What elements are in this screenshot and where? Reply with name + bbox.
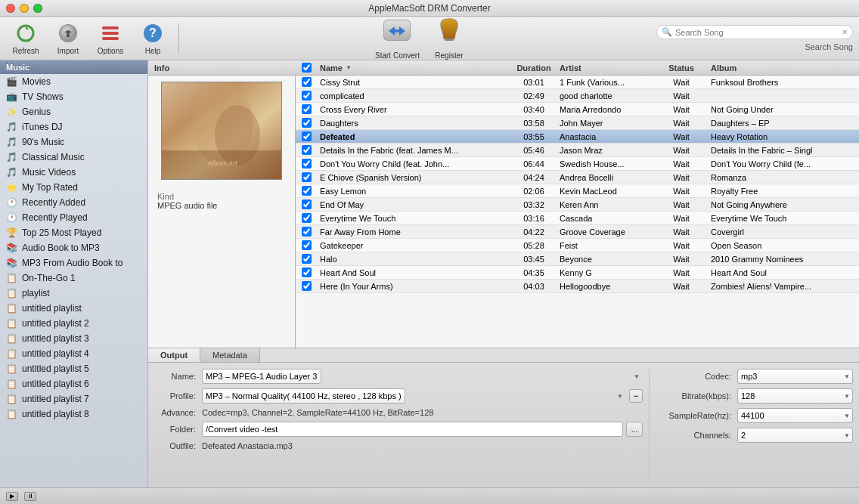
- sidebar-item-top-25[interactable]: 🏆 Top 25 Most Played: [0, 225, 147, 240]
- track-row[interactable]: Don't You Worry Child (feat. John... 06:…: [296, 157, 859, 171]
- track-checkbox[interactable]: [302, 145, 312, 155]
- track-row[interactable]: complicated 02:49 good charlotte Wait: [296, 89, 859, 103]
- track-checkbox[interactable]: [302, 118, 312, 128]
- sidebar-item-untitled8[interactable]: 📋 untitled playlist 8: [0, 407, 147, 422]
- track-row[interactable]: Details In the Fabric (feat. James M... …: [296, 144, 859, 157]
- sidebar-item-untitled5[interactable]: 📋 untitled playlist 5: [0, 361, 147, 376]
- track-checkbox[interactable]: [302, 199, 312, 209]
- folder-input[interactable]: [202, 422, 623, 437]
- sidebar-item-untitled7[interactable]: 📋 untitled playlist 7: [0, 391, 147, 407]
- track-checkbox[interactable]: [302, 227, 312, 237]
- track-name: Daughters: [317, 119, 511, 128]
- maximize-button[interactable]: [33, 4, 42, 13]
- codec-select[interactable]: mp3: [737, 369, 853, 384]
- sidebar-item-recently-played[interactable]: 🕐 Recently Played: [0, 210, 147, 225]
- sidebar-item-itunes-dj[interactable]: 🎵 iTunes DJ: [0, 119, 147, 135]
- sidebar-item-audiobook[interactable]: 📚 Audio Book to MP3: [0, 240, 147, 255]
- track-duration: 03:45: [511, 255, 557, 264]
- track-checkbox-wrap: [296, 281, 317, 291]
- sidebar-item-classical[interactable]: 🎵 Classical Music: [0, 150, 147, 165]
- select-all-checkbox[interactable]: [302, 63, 312, 73]
- tab-output[interactable]: Output: [148, 348, 200, 362]
- close-button[interactable]: [6, 4, 15, 13]
- options-button[interactable]: Options: [91, 20, 130, 57]
- sidebar-item-untitled6[interactable]: 📋 untitled playlist 6: [0, 376, 147, 391]
- track-row[interactable]: Halo 03:45 Beyonce Wait 2010 Grammy Nomi…: [296, 252, 859, 266]
- track-checkbox[interactable]: [302, 267, 312, 277]
- help-button[interactable]: ? Help: [133, 20, 172, 57]
- track-row[interactable]: Far Away From Home 04:22 Groove Coverage…: [296, 225, 859, 239]
- profile-minus-button[interactable]: −: [629, 389, 643, 403]
- track-name: Cissy Strut: [317, 78, 511, 87]
- status-play-button[interactable]: ▶: [6, 492, 18, 501]
- sidebar-item-untitled2[interactable]: 📋 untitled playlist 2: [0, 316, 147, 331]
- track-checkbox[interactable]: [302, 281, 312, 291]
- track-checkbox[interactable]: [302, 159, 312, 169]
- track-checkbox[interactable]: [302, 213, 312, 223]
- status-col-header[interactable]: Status: [655, 63, 708, 73]
- sidebar-item-my-top-rated[interactable]: ⭐ My Top Rated: [0, 180, 147, 195]
- sidebar-item-mp3-audiobook[interactable]: 📚 MP3 From Audio Book to: [0, 255, 147, 271]
- sidebar-item-on-the-go[interactable]: 📋 On-The-Go 1: [0, 271, 147, 286]
- track-row[interactable]: Cissy Strut 03:01 1 Funk (Various... Wai…: [296, 76, 859, 89]
- start-convert-button[interactable]: Start Convert: [375, 17, 420, 60]
- track-checkbox[interactable]: [302, 172, 312, 182]
- sidebar-item-icon-classical: 🎵: [6, 152, 17, 162]
- track-checkbox[interactable]: [302, 91, 312, 100]
- search-clear-icon[interactable]: ✕: [842, 28, 848, 36]
- sidebar-item-recently-added[interactable]: 🕐 Recently Added: [0, 195, 147, 210]
- sidebar-item-playlist[interactable]: 📋 playlist: [0, 286, 147, 301]
- browse-button[interactable]: ...: [626, 422, 643, 437]
- name-select[interactable]: MP3 – MPEG-1 Audio Layer 3: [202, 369, 321, 384]
- samplerate-select[interactable]: 44100: [737, 408, 853, 423]
- track-checkbox[interactable]: [302, 186, 312, 196]
- bitrate-select[interactable]: 128: [737, 388, 853, 404]
- artist-col-header[interactable]: Artist: [557, 63, 655, 73]
- album-info: Kind MPEG audio file: [148, 186, 295, 216]
- import-label: Import: [57, 47, 79, 55]
- track-row[interactable]: Gatekeeper 05:28 Feist Wait Open Season: [296, 239, 859, 252]
- svg-text:Album Art: Album Art: [206, 159, 237, 167]
- track-row[interactable]: Here (In Your Arms) 04:03 Hellogoodbye W…: [296, 280, 859, 293]
- track-name: Far Away From Home: [317, 227, 511, 237]
- track-row[interactable]: End Of May 03:32 Keren Ann Wait Not Goin…: [296, 198, 859, 212]
- track-checkbox-wrap: [296, 118, 317, 128]
- sidebar-item-icon-untitled6: 📋: [6, 379, 17, 389]
- title-bar: AppleMacSoft DRM Converter: [0, 0, 859, 17]
- sidebar-item-music-videos[interactable]: 🎵 Music Videos: [0, 165, 147, 180]
- track-status: Wait: [655, 187, 708, 196]
- track-row[interactable]: Defeated 03:55 Anastacia Wait Heavy Rota…: [296, 130, 859, 144]
- track-status: Wait: [655, 132, 708, 141]
- minimize-button[interactable]: [20, 4, 29, 13]
- channels-select[interactable]: 2: [737, 428, 853, 443]
- track-checkbox[interactable]: [302, 131, 312, 141]
- track-album: Don't You Worry Child (fe...: [708, 159, 859, 169]
- track-checkbox[interactable]: [302, 240, 312, 250]
- import-button[interactable]: Import: [48, 20, 88, 57]
- track-checkbox[interactable]: [302, 77, 312, 87]
- track-row[interactable]: E Chiove (Spanish Version) 04:24 Andrea …: [296, 171, 859, 184]
- search-input[interactable]: [675, 28, 842, 37]
- album-col-header[interactable]: Album: [708, 63, 859, 73]
- sidebar-item-tv-shows[interactable]: 📺 TV Shows: [0, 89, 147, 104]
- sidebar-item-movies[interactable]: 🎬 Movies: [0, 74, 147, 89]
- sidebar-item-untitled1[interactable]: 📋 untitled playlist: [0, 301, 147, 316]
- sidebar-item-untitled3[interactable]: 📋 untitled playlist 3: [0, 331, 147, 346]
- track-checkbox[interactable]: [302, 104, 312, 114]
- tab-metadata[interactable]: Metadata: [200, 348, 260, 362]
- sidebar-item-untitled4[interactable]: 📋 untitled playlist 4: [0, 346, 147, 361]
- refresh-button[interactable]: Refresh: [6, 20, 45, 57]
- sidebar-item-90s-music[interactable]: 🎵 90's Music: [0, 135, 147, 150]
- sidebar-item-genius[interactable]: ✨ Genius: [0, 104, 147, 119]
- track-row[interactable]: Cross Every River 03:40 Maria Arredondo …: [296, 103, 859, 116]
- track-row[interactable]: Everytime We Touch 03:16 Cascada Wait Ev…: [296, 212, 859, 225]
- name-col-header[interactable]: Name ▼: [317, 63, 511, 73]
- track-row[interactable]: Heart And Soul 04:35 Kenny G Wait Heart …: [296, 266, 859, 280]
- track-row[interactable]: Daughters 03:58 John Mayer Wait Daughter…: [296, 116, 859, 130]
- duration-col-header[interactable]: Duration: [511, 63, 557, 73]
- track-checkbox[interactable]: [302, 254, 312, 264]
- status-pause-button[interactable]: ⏸: [24, 492, 36, 501]
- track-row[interactable]: Easy Lemon 02:06 Kevin MacLeod Wait Roya…: [296, 184, 859, 198]
- profile-select[interactable]: MP3 – Normal Quality( 44100 Hz, stereo ,…: [202, 388, 405, 404]
- register-button[interactable]: Register: [435, 17, 464, 60]
